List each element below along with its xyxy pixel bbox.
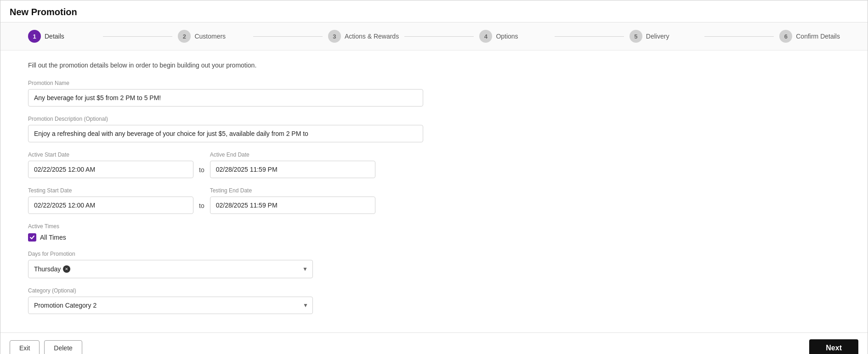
step-label-3: Actions & Rewards — [345, 33, 399, 40]
category-label: Category (Optional) — [28, 287, 423, 294]
step-connector-3 — [404, 36, 474, 37]
active-times-section: Active Times All Times — [28, 223, 423, 242]
active-times-label: Active Times — [28, 223, 423, 230]
step-circle-2: 2 — [178, 30, 191, 43]
category-group: Category (Optional) Promotion Category 2… — [28, 287, 423, 314]
step-3[interactable]: 3 Actions & Rewards — [328, 30, 399, 43]
testing-end-field: Testing End Date — [210, 187, 375, 214]
step-circle-1: 1 — [28, 30, 41, 43]
step-connector-2 — [253, 36, 323, 37]
step-connector-5 — [704, 36, 774, 37]
to-label-1: to — [193, 166, 210, 178]
page-title: New Promotion — [10, 7, 77, 17]
intro-text: Fill out the promotion details below in … — [28, 62, 840, 69]
testing-end-label: Testing End Date — [210, 187, 375, 194]
step-label-4: Options — [496, 33, 518, 40]
step-label-6: Confirm Details — [796, 33, 840, 40]
promotion-desc-group: Promotion Description (Optional) — [28, 116, 423, 142]
promotion-name-input[interactable] — [28, 89, 423, 107]
category-select[interactable]: Promotion Category 2 — [28, 297, 313, 314]
stepper: 1 Details 2 Customers 3 Actions & Reward… — [0, 22, 868, 51]
promotion-name-label: Promotion Name — [28, 80, 423, 86]
exit-button[interactable]: Exit — [10, 340, 40, 354]
step-5[interactable]: 5 Delivery — [630, 30, 699, 43]
step-2[interactable]: 2 Customers — [178, 30, 247, 43]
next-button[interactable]: Next — [809, 339, 858, 354]
thursday-tag-remove[interactable]: ✕ — [63, 265, 70, 273]
category-select-wrapper: Promotion Category 2 ▼ — [28, 297, 313, 314]
promotion-desc-input[interactable] — [28, 125, 423, 142]
all-times-checkbox[interactable] — [28, 233, 36, 242]
footer: Exit Delete Next — [0, 332, 868, 354]
promotion-desc-label: Promotion Description (Optional) — [28, 116, 423, 122]
step-label-1: Details — [45, 33, 64, 40]
footer-left-buttons: Exit Delete — [10, 340, 82, 354]
active-start-label: Active Start Date — [28, 152, 193, 158]
testing-start-field: Testing Start Date — [28, 187, 193, 214]
form-section: Promotion Name Promotion Description (Op… — [28, 80, 423, 314]
step-circle-6: 6 — [779, 30, 792, 43]
all-times-row: All Times — [28, 233, 423, 242]
thursday-tag: Thursday ✕ — [34, 265, 70, 273]
days-select[interactable]: Thursday ✕ ▼ — [28, 260, 313, 278]
active-end-label: Active End Date — [210, 152, 375, 158]
main-content: Fill out the promotion details below in … — [0, 51, 868, 332]
active-start-input[interactable] — [28, 161, 193, 178]
thursday-tag-label: Thursday — [34, 265, 61, 273]
step-circle-5: 5 — [630, 30, 642, 43]
active-end-input[interactable] — [210, 161, 375, 178]
step-label-5: Delivery — [646, 33, 669, 40]
days-label: Days for Promotion — [28, 251, 423, 257]
active-end-field: Active End Date — [210, 152, 375, 178]
step-1[interactable]: 1 Details — [28, 30, 97, 43]
step-circle-3: 3 — [328, 30, 341, 43]
testing-dates-row: Testing Start Date to Testing End Date — [28, 187, 423, 214]
step-connector-1 — [103, 36, 172, 37]
active-dates-row: Active Start Date to Active End Date — [28, 152, 423, 178]
step-circle-4: 4 — [479, 30, 492, 43]
testing-end-input[interactable] — [210, 197, 375, 214]
delete-button[interactable]: Delete — [44, 340, 82, 354]
days-for-promotion-group: Days for Promotion Thursday ✕ ▼ — [28, 251, 423, 278]
promotion-name-group: Promotion Name — [28, 80, 423, 107]
days-dropdown-arrow: ▼ — [302, 266, 308, 272]
step-connector-4 — [555, 36, 624, 37]
step-6[interactable]: 6 Confirm Details — [779, 30, 840, 43]
testing-start-label: Testing Start Date — [28, 187, 193, 194]
step-label-2: Customers — [194, 33, 226, 40]
to-label-2: to — [193, 202, 210, 214]
page-header: New Promotion — [0, 0, 868, 22]
testing-start-input[interactable] — [28, 197, 193, 214]
all-times-label: All Times — [40, 234, 66, 241]
step-4[interactable]: 4 Options — [479, 30, 549, 43]
active-start-field: Active Start Date — [28, 152, 193, 178]
